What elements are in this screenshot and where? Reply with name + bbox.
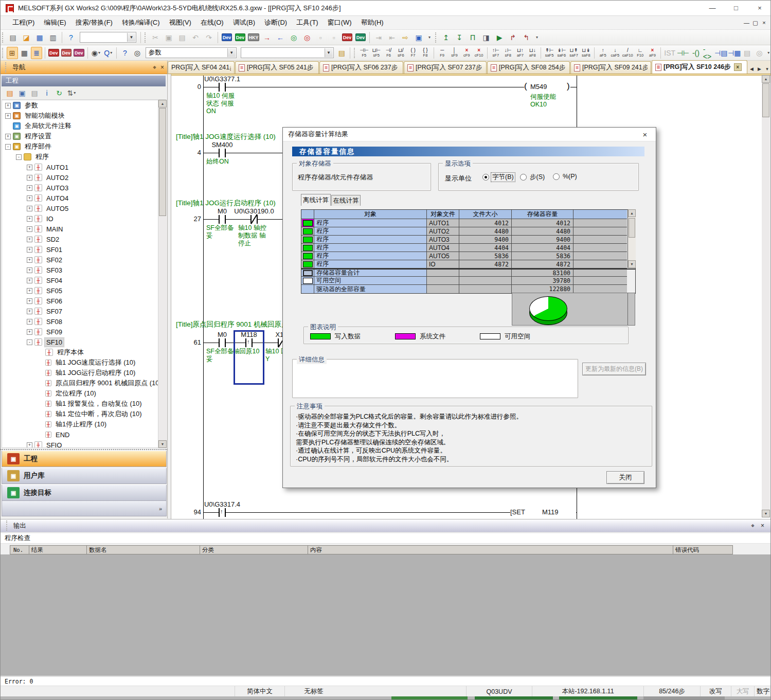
menu-item-10[interactable]: 帮助(H) xyxy=(356,16,388,29)
ladder-symbol-saF6-button[interactable]: ↡⊢saF6 xyxy=(556,46,567,60)
drag-grip[interactable] xyxy=(354,48,356,58)
expander-icon[interactable]: + xyxy=(27,309,32,314)
ladder-symbol-caF10-button[interactable]: /caF10 xyxy=(622,46,634,60)
tab-5[interactable]: ☰[PRG]写入 SF09 241步 xyxy=(570,61,651,74)
ladder-symbol-aF7-button[interactable]: ⊔↑aF7 xyxy=(515,46,526,60)
tree-item-sf06[interactable]: +╫SF06 xyxy=(2,296,158,306)
expander-icon[interactable]: + xyxy=(27,288,32,294)
tree-item-auto1[interactable]: +╫AUTO1 xyxy=(2,162,158,172)
tree-item-auto2[interactable]: +╫AUTO2 xyxy=(2,172,158,183)
nav-window-toggle-icon[interactable]: ⊞ xyxy=(7,47,18,59)
chevron-down-icon[interactable]: ▼ xyxy=(127,33,135,42)
mdi-close-icon[interactable]: × xyxy=(760,19,768,27)
tree-item--1-10-[interactable]: ╫轴1 定位中断，再次启动 (10) xyxy=(2,409,158,419)
tree-item-sf03[interactable]: +╫SF03 xyxy=(2,265,158,275)
scroll-thumb[interactable] xyxy=(762,83,769,117)
table-scrollbar[interactable]: ▲ ▼ xyxy=(627,209,636,268)
device-note-display-icon[interactable]: Dev xyxy=(73,47,85,59)
drag-grip[interactable] xyxy=(6,520,9,531)
nav-view-button-工程[interactable]: ▣工程 xyxy=(2,451,167,467)
tree-item-auto4[interactable]: +╫AUTO4 xyxy=(2,193,158,203)
drag-grip[interactable] xyxy=(2,48,5,58)
expander-icon[interactable]: + xyxy=(27,185,32,191)
drag-grip[interactable] xyxy=(145,32,147,43)
open-project-icon[interactable]: ◪ xyxy=(20,31,32,44)
step1-icon[interactable]: ↱ xyxy=(507,31,519,44)
scroll-down-icon[interactable]: ▼ xyxy=(762,510,770,517)
conv-run1-icon[interactable]: ↥ xyxy=(440,31,452,44)
tree-item--9001-10-[interactable]: ╫原点回归程序 9001 机械回原点 (10) xyxy=(2,378,158,388)
update-info-button[interactable]: 更新为最新的信息(B) xyxy=(582,363,646,375)
tree-item--1-jog-10-[interactable]: ╫轴1 JOG运行启动程序 (10) xyxy=(2,368,158,378)
nav-view-button-连接目标[interactable]: ▣连接目标 xyxy=(2,484,167,501)
expander-icon[interactable]: + xyxy=(27,195,32,201)
find-icon[interactable]: ◎ xyxy=(132,47,143,59)
expander-icon[interactable]: + xyxy=(5,113,11,119)
tree-item-sd2[interactable]: +╫SD2 xyxy=(2,234,158,244)
monitor-mode-icon[interactable]: Dev xyxy=(234,31,246,44)
remote-stop-icon[interactable]: ⇤ xyxy=(386,31,398,44)
tree-item--[interactable]: -▣程序部件 xyxy=(2,141,158,152)
tree-item-sf04[interactable]: +╫SF04 xyxy=(2,275,158,285)
write-to-plc-icon[interactable]: Dev xyxy=(221,31,233,44)
doc-find-icon[interactable]: ◎ xyxy=(754,47,765,59)
sim-start-icon[interactable]: ▶ xyxy=(493,31,506,44)
ladder-cursor[interactable] xyxy=(234,330,264,385)
device-display-icon[interactable]: Dev xyxy=(341,31,353,44)
toolbar-overflow-icon[interactable]: ▾ xyxy=(767,50,769,55)
close-icon[interactable]: × xyxy=(160,64,164,71)
scroll-thumb[interactable] xyxy=(629,218,635,238)
ladder-symbol-caF5-button[interactable]: ↓caF5 xyxy=(609,46,621,60)
expander-icon[interactable]: + xyxy=(5,103,11,109)
drag-grip[interactable] xyxy=(2,32,5,43)
expander-icon[interactable]: + xyxy=(5,134,11,139)
paste-icon[interactable]: ▤ xyxy=(176,31,188,44)
undo-icon[interactable]: ↶ xyxy=(189,31,202,44)
mdi-restore-icon[interactable]: ▢ xyxy=(751,19,760,27)
sort-icon[interactable]: ⇅▾ xyxy=(66,87,77,99)
device-comment-display-icon[interactable]: Dev xyxy=(48,47,60,59)
monitor-stop-icon[interactable]: ◎ xyxy=(301,31,313,44)
expander-icon[interactable]: + xyxy=(27,216,32,222)
remote-run-icon[interactable]: ⇥ xyxy=(372,31,385,44)
menu-item-1[interactable]: 编辑(E) xyxy=(39,16,70,29)
tab-close-icon[interactable]: × xyxy=(734,63,742,71)
ladder-symbol-cF9-button[interactable]: ×cF9 xyxy=(461,46,472,60)
menu-item-5[interactable]: 在线(O) xyxy=(196,16,228,29)
maximize-button[interactable]: □ xyxy=(724,1,748,16)
chevron-down-icon[interactable]: ▼ xyxy=(325,48,333,57)
tree-item-sf02[interactable]: +╫SF02 xyxy=(2,255,158,265)
ladder-symbol-sF5-button[interactable]: ⊔⊢sF5 xyxy=(371,46,382,60)
expander-icon[interactable]: - xyxy=(5,144,11,150)
menu-item-6[interactable]: 调试(B) xyxy=(228,16,260,29)
new-project-icon[interactable]: ▤ xyxy=(7,31,19,44)
quick-find-combo[interactable]: ▼ xyxy=(80,32,136,43)
tab-2[interactable]: ☰[PRG]写入 SF06 237步 xyxy=(319,61,403,74)
step2-icon[interactable]: ↰ xyxy=(520,31,532,44)
tab-scroll-left-icon[interactable]: ◀ xyxy=(748,64,756,74)
tree-scrollbar[interactable]: ▲ ▼ xyxy=(158,100,167,448)
conv-run2-icon[interactable]: ↧ xyxy=(453,31,465,44)
panel-more-button[interactable]: » xyxy=(2,500,167,516)
tree-item--1-jog-10-[interactable]: ╫轴1 JOG速度运行选择 (10) xyxy=(2,357,158,368)
tree-item-sf01[interactable]: +╫SF01 xyxy=(2,244,158,255)
paste-data-icon[interactable]: ▤ xyxy=(29,87,40,99)
edit-ladder-icon[interactable]: ⊣⊢ xyxy=(677,47,689,59)
expander-icon[interactable]: + xyxy=(27,165,32,170)
new-data-icon[interactable]: ▤ xyxy=(336,47,348,59)
edit-coil-icon[interactable]: -() xyxy=(690,47,702,59)
close-icon[interactable]: × xyxy=(761,522,764,529)
ladder-symbol-saF8-button[interactable]: ⊔↡saF8 xyxy=(581,46,592,60)
radio-步(S)[interactable]: 步(S) xyxy=(520,173,546,182)
copy-icon[interactable]: ▣ xyxy=(163,31,175,44)
device-test-icon[interactable]: Dev xyxy=(354,31,367,44)
ladder-symbol-sF7-button[interactable]: ↑⊢sF7 xyxy=(490,46,501,60)
expander-icon[interactable]: + xyxy=(27,226,32,232)
list-view-icon[interactable]: ≣ xyxy=(31,47,42,59)
ladder-symbol-F7-button[interactable]: ( )F7 xyxy=(407,46,419,60)
watch1-icon[interactable]: ▫ xyxy=(314,31,327,44)
device-batch-monitor-icon[interactable]: HKY xyxy=(247,31,260,44)
tree-item-auto5[interactable]: +╫AUTO5 xyxy=(2,203,158,213)
menu-item-7[interactable]: 诊断(D) xyxy=(260,16,292,29)
ladder-symbol-F9-button[interactable]: ─F9 xyxy=(437,46,448,60)
